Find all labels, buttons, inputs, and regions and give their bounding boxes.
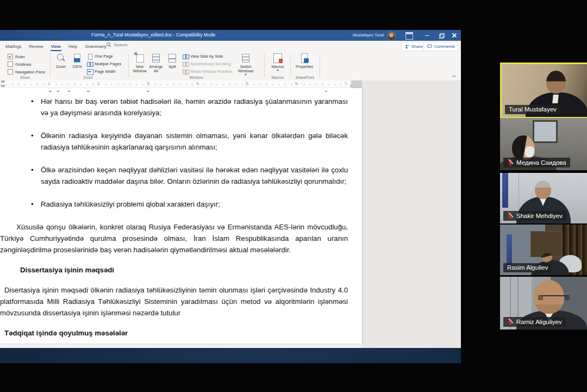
clipped-text-remnant xyxy=(49,91,52,92)
indent-marker[interactable] xyxy=(1,85,5,87)
reset-window-position-label: Reset Window Position xyxy=(190,69,232,74)
tab-review[interactable]: Review xyxy=(25,41,47,52)
ruler-number: 1 xyxy=(48,82,50,85)
word-window: Forma_A_Tural Mustafayev_edited.doc - Co… xyxy=(0,30,461,363)
group-divider xyxy=(290,54,291,77)
checkbox-unchecked-icon xyxy=(8,61,13,67)
switch-windows-icon xyxy=(240,53,251,64)
meeting-screen: Forma_A_Tural Mustafayev_edited.doc - Co… xyxy=(0,0,587,392)
group-divider xyxy=(320,54,320,77)
one-page-label: One Page xyxy=(95,54,113,59)
video-tile-medina-saidova[interactable]: Медина Саидова xyxy=(500,118,587,170)
video-tile-tural-mustafayev[interactable]: Tural Mustafayev xyxy=(500,63,587,119)
view-side-by-side-button[interactable]: View Side by Side xyxy=(183,54,223,59)
navigation-pane-checkbox-label: Navigation Pane xyxy=(15,70,45,74)
search-placeholder: Search xyxy=(114,42,127,47)
ribbon-tabs: Mailings Review View Help Grammarly xyxy=(2,41,110,52)
minimize-icon[interactable] xyxy=(424,32,430,39)
switch-windows-button[interactable]: Switch Windows xyxy=(235,53,257,76)
search-input[interactable]: Search xyxy=(107,42,127,47)
arrange-all-button[interactable]: Arrange All xyxy=(148,53,164,73)
zoom-100-label: 100% xyxy=(72,65,82,69)
account-avatar-icon[interactable] xyxy=(387,32,396,40)
ruler-number: 5 xyxy=(246,82,248,85)
paragraph: Xüsusilə qonşu ölkələrin, konkret olaraq… xyxy=(0,221,348,256)
document-text: Hər hansı bir baş verən təbiət hadisələr… xyxy=(0,96,348,344)
arrange-all-icon xyxy=(151,53,161,64)
synchronous-scrolling-icon xyxy=(183,61,188,66)
checkbox-navigation-pane[interactable]: Navigation Pane xyxy=(8,69,45,74)
participant-name-badge: Tural Mustafayev xyxy=(505,105,560,114)
window-bottom-bar xyxy=(0,348,461,363)
one-page-icon xyxy=(87,54,92,59)
macros-icon xyxy=(272,53,283,64)
comments-label: Comments xyxy=(434,44,455,49)
zoom-label: Zoom xyxy=(56,65,66,69)
group-divider xyxy=(128,54,129,77)
participant-name: Ramiz Aliguliyev xyxy=(516,319,562,325)
participant-name-badge: Ramiz Aliguliyev xyxy=(503,317,566,327)
participant-name-badge: Rasim Alguliev xyxy=(503,263,552,272)
group-caption-macros: Macros xyxy=(267,76,288,79)
participant-name: Shakir Mehdiyev xyxy=(516,213,563,219)
restore-window-icon[interactable] xyxy=(438,32,445,39)
split-button[interactable]: Split xyxy=(165,53,180,69)
bullet-list: Hər hansı bir baş verən təbiət hadisələr… xyxy=(0,96,348,210)
participant-name-badge: Медина Саидова xyxy=(503,158,570,167)
title-bar: Forma_A_Tural Mustafayev_edited.doc - Co… xyxy=(0,30,461,41)
indent-marker[interactable] xyxy=(1,80,5,83)
share-button[interactable]: Share xyxy=(401,42,427,51)
face-mask xyxy=(525,146,534,157)
person-silhouette xyxy=(546,71,566,94)
ruler-number: 7 xyxy=(345,82,347,85)
checkbox-unchecked-icon xyxy=(8,69,13,74)
macros-button[interactable]: Macros xyxy=(268,53,287,71)
video-tile-shakir-mehdiyev[interactable]: Shakir Mehdiyev xyxy=(500,173,587,223)
reset-window-position-button[interactable]: Reset Window Position xyxy=(183,69,232,74)
video-tile-ramiz-aliguliyev[interactable]: Ramiz Aliguliyev xyxy=(500,277,587,329)
macros-label: Macros xyxy=(272,65,284,69)
synchronous-scrolling-label: Synchronous Scrolling xyxy=(190,61,231,66)
page-width-button[interactable]: Page Width xyxy=(87,69,116,74)
clipped-text-remnant xyxy=(325,91,327,92)
document-title: Forma_A_Tural Mustafayev_edited.doc - Co… xyxy=(91,32,215,38)
new-window-icon xyxy=(134,53,145,64)
group-divider xyxy=(50,54,51,77)
ruler-number: 3 xyxy=(147,82,149,85)
split-icon xyxy=(167,53,178,64)
picture-frame xyxy=(533,120,558,143)
tab-view[interactable]: View xyxy=(47,41,65,52)
search-icon xyxy=(107,42,111,47)
synchronous-scrolling-button[interactable]: Synchronous Scrolling xyxy=(183,61,231,66)
tab-help[interactable]: Help xyxy=(65,41,81,52)
document-page[interactable]: Hər hansı bir baş verən təbiət hadisələr… xyxy=(0,88,362,344)
ribbon: Ruler Gridlines Navigation Pane Show Zoo… xyxy=(0,52,461,81)
new-window-button[interactable]: New Window xyxy=(132,53,147,73)
account-name[interactable]: Mustafayev Tural xyxy=(353,33,384,38)
page-width-icon xyxy=(87,69,92,74)
person-silhouette xyxy=(535,181,551,199)
share-icon xyxy=(405,44,410,49)
checkbox-ruler[interactable]: Ruler xyxy=(8,54,25,59)
comments-button[interactable]: Comments xyxy=(423,42,459,51)
tab-mailings[interactable]: Mailings xyxy=(2,41,25,52)
multiple-pages-button[interactable]: Multiple Pages xyxy=(87,61,121,66)
zoom-100-button[interactable]: 100% xyxy=(70,53,85,69)
group-divider xyxy=(264,54,265,77)
section-heading: Tədqiqat işində qoyulmuş məsələlər xyxy=(0,327,348,339)
tab-grammarly[interactable]: Grammarly xyxy=(81,41,110,52)
collapse-ribbon-icon[interactable] xyxy=(452,75,457,78)
one-page-button[interactable]: One Page xyxy=(87,54,113,59)
bullet-item: Ölkənin radiasiya keşiyində dayanan sist… xyxy=(0,130,348,153)
clipped-text-remnant xyxy=(147,91,149,92)
properties-button[interactable]: Properties xyxy=(294,53,315,69)
video-tile-rasim-alguliev[interactable]: Rasim Alguliev xyxy=(500,225,587,275)
participant-name: Tural Mustafayev xyxy=(509,106,557,113)
ribbon-display-options-icon[interactable] xyxy=(405,32,413,40)
gridlines-checkbox-label: Gridlines xyxy=(15,62,32,67)
zoom-button[interactable]: Zoom xyxy=(53,53,68,69)
close-icon[interactable] xyxy=(451,32,458,39)
checkbox-gridlines[interactable]: Gridlines xyxy=(8,61,32,67)
share-label: Share xyxy=(411,44,423,49)
clipped-text-remnant xyxy=(57,91,59,92)
